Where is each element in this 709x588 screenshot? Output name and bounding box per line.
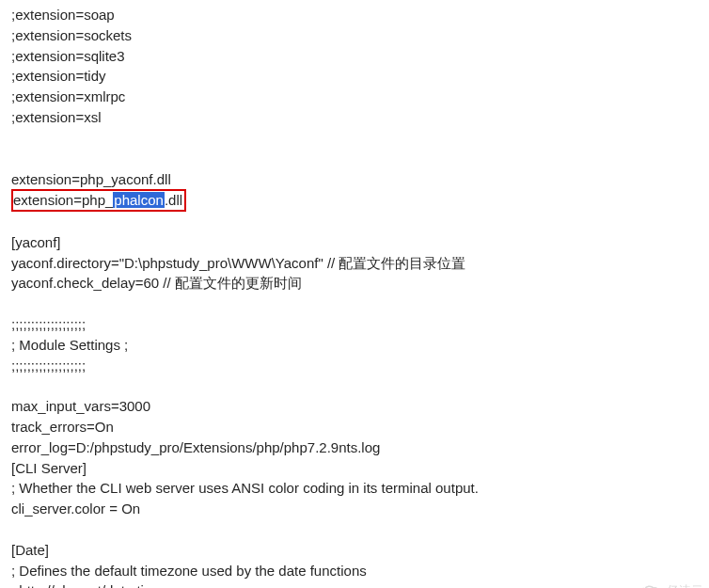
comment-separator: ;;;;;;;;;;;;;;;;;;; (11, 356, 698, 376)
red-outline-box: extension=php_phalcon.dll (11, 189, 186, 212)
text-pre: extension=php_ (13, 192, 113, 208)
blank-line (11, 128, 698, 149)
text-post: .dll (165, 192, 182, 208)
config-line: ;extension=tidy (11, 66, 698, 87)
config-line: ;extension=sqlite3 (11, 46, 698, 67)
watermark: 亿速云 (637, 582, 703, 588)
config-line: cli_server.color = On (11, 499, 698, 519)
cloud-icon (637, 583, 663, 588)
config-line: error_log=D:/phpstudy_pro/Extensions/php… (11, 437, 698, 458)
highlighted-extension-line: extension=php_phalcon.dll (11, 189, 698, 212)
blank-line (11, 149, 698, 169)
selection-highlight: phalcon (113, 192, 165, 208)
comment-line: ; http://php.net/date.timezone (11, 580, 698, 588)
blank-line (11, 294, 698, 314)
config-line: yaconf.directory="D:\phpstudy_pro\WWW\Ya… (11, 253, 698, 274)
watermark-text: 亿速云 (667, 582, 703, 588)
blank-line (11, 519, 698, 540)
comment-separator: ;;;;;;;;;;;;;;;;;;; (11, 314, 698, 335)
blank-line (11, 212, 698, 232)
config-line: extension=php_yaconf.dll (11, 169, 698, 190)
config-line: yaconf.check_delay=60 // 配置文件的更新时间 (11, 273, 698, 294)
comment-line: ; Defines the default timezone used by t… (11, 561, 698, 581)
config-line: ;extension=xsl (11, 107, 698, 128)
config-section-header: [CLI Server] (11, 458, 698, 479)
config-section-header: [yaconf] (11, 232, 698, 253)
config-line: ;extension=sockets (11, 25, 698, 46)
config-line: track_errors=On (11, 417, 698, 437)
config-section-header: [Date] (11, 540, 698, 561)
comment-line: ; Whether the CLI web server uses ANSI c… (11, 478, 698, 499)
config-line: ;extension=soap (11, 5, 698, 25)
comment-header: ; Module Settings ; (11, 335, 698, 356)
config-line: ;extension=xmlrpc (11, 87, 698, 107)
blank-line (11, 375, 698, 396)
config-line: max_input_vars=3000 (11, 396, 698, 417)
